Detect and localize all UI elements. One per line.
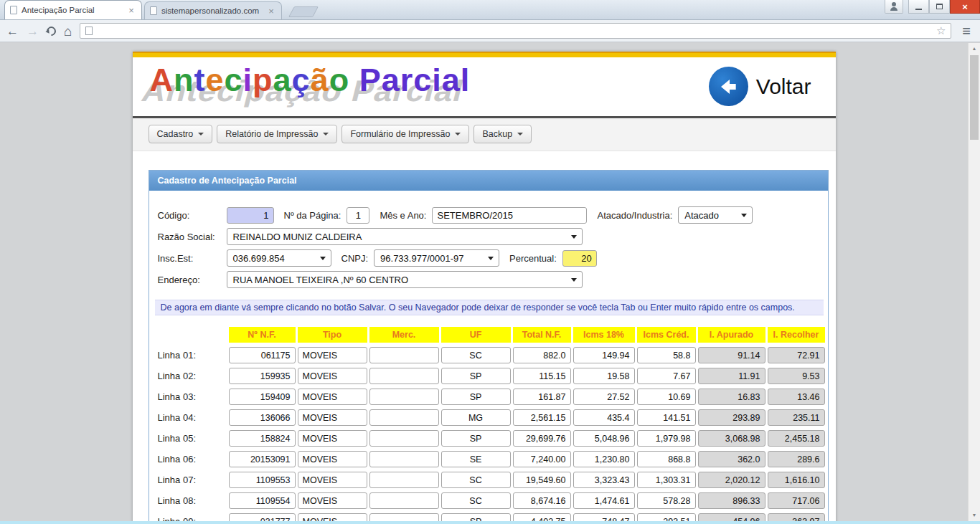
tipo-input[interactable] — [298, 472, 367, 488]
scrollbar-thumb[interactable] — [970, 55, 979, 140]
merc-input[interactable] — [369, 472, 439, 488]
browser-tab[interactable]: sistemapersonalizado.com × — [144, 1, 282, 19]
nf-input[interactable] — [229, 472, 296, 488]
total-nf-input[interactable] — [513, 492, 571, 509]
total-nf-input[interactable] — [513, 389, 571, 405]
uf-input[interactable] — [441, 347, 511, 363]
bookmark-star-icon[interactable]: ☆ — [936, 24, 946, 37]
recolher-input[interactable] — [768, 389, 825, 405]
tipo-input[interactable] — [298, 492, 367, 509]
uf-input[interactable] — [441, 451, 511, 467]
nf-input[interactable] — [229, 430, 296, 447]
tipo-input[interactable] — [298, 368, 367, 384]
total-nf-input[interactable] — [513, 347, 571, 363]
apurado-input[interactable] — [698, 472, 765, 488]
total-nf-input[interactable] — [513, 451, 571, 467]
new-tab-button[interactable] — [288, 6, 319, 17]
merc-input[interactable] — [369, 409, 439, 426]
nf-input[interactable] — [229, 347, 296, 363]
atacado-industria-select[interactable]: Atacado — [678, 206, 753, 224]
page-scrollbar[interactable]: ▲ ▼ — [968, 43, 980, 524]
merc-input[interactable] — [369, 492, 439, 509]
nf-input[interactable] — [229, 492, 296, 509]
icms18-input[interactable] — [573, 347, 635, 363]
apurado-input[interactable] — [698, 347, 765, 363]
total-nf-input[interactable] — [513, 368, 571, 384]
recolher-input[interactable] — [768, 451, 825, 467]
icms-cred-input[interactable] — [637, 451, 696, 467]
merc-input[interactable] — [369, 430, 439, 447]
tipo-input[interactable] — [298, 409, 367, 426]
codigo-input[interactable] — [227, 207, 274, 224]
endereco-select[interactable]: RUA MANOEL TEIXEIRA ,Nº 60 CENTRO — [227, 271, 583, 288]
icms-cred-input[interactable] — [637, 347, 696, 363]
recolher-input[interactable] — [768, 347, 825, 363]
merc-input[interactable] — [369, 347, 439, 363]
icms-cred-input[interactable] — [637, 389, 696, 405]
recolher-input[interactable] — [768, 368, 825, 384]
scroll-up-icon[interactable]: ▲ — [969, 43, 980, 54]
reload-icon[interactable] — [44, 24, 57, 37]
voltar-button[interactable]: Voltar — [709, 67, 811, 106]
total-nf-input[interactable] — [513, 472, 571, 488]
icms-cred-input[interactable] — [637, 492, 696, 509]
recolher-input[interactable] — [768, 472, 825, 488]
icms18-input[interactable] — [573, 409, 635, 426]
icms18-input[interactable] — [573, 472, 635, 488]
uf-input[interactable] — [441, 472, 511, 488]
uf-input[interactable] — [441, 389, 511, 405]
tipo-input[interactable] — [298, 347, 367, 363]
uf-input[interactable] — [441, 430, 511, 447]
recolher-input[interactable] — [768, 409, 825, 426]
merc-input[interactable] — [369, 451, 439, 467]
menu-dropdown-button[interactable]: Formulário de Impressão — [341, 125, 469, 143]
apurado-input[interactable] — [698, 368, 765, 384]
tipo-input[interactable] — [298, 430, 367, 447]
mes-ano-input[interactable] — [432, 207, 587, 224]
total-nf-input[interactable] — [513, 430, 571, 447]
apurado-input[interactable] — [698, 451, 765, 467]
back-icon[interactable]: ← — [6, 25, 19, 37]
browser-menu-icon[interactable]: ≡ — [959, 23, 974, 39]
maximize-button[interactable] — [929, 0, 950, 14]
percentual-input[interactable] — [562, 250, 597, 267]
profile-button[interactable] — [885, 0, 903, 14]
recolher-input[interactable] — [768, 492, 825, 509]
apurado-input[interactable] — [698, 409, 765, 426]
merc-input[interactable] — [369, 368, 439, 384]
merc-input[interactable] — [369, 389, 439, 405]
scroll-down-icon[interactable]: ▼ — [969, 510, 980, 521]
icms-cred-input[interactable] — [637, 430, 696, 447]
minimize-button[interactable] — [908, 0, 929, 14]
cnpj-select[interactable]: 96.733.977/0001-97 — [374, 249, 499, 267]
icms18-input[interactable] — [573, 368, 635, 384]
icms18-input[interactable] — [573, 430, 635, 447]
uf-input[interactable] — [441, 409, 511, 426]
razao-social-select[interactable]: REINALDO MUNIZ CALDEIRA — [227, 228, 583, 245]
close-window-button[interactable]: × — [950, 0, 980, 14]
nf-input[interactable] — [229, 368, 296, 384]
tipo-input[interactable] — [298, 389, 367, 405]
tipo-input[interactable] — [298, 451, 367, 467]
recolher-input[interactable] — [768, 430, 825, 447]
insc-est-select[interactable]: 036.699.854 — [227, 249, 331, 267]
tab-close-icon[interactable]: × — [126, 5, 136, 16]
icms-cred-input[interactable] — [637, 409, 696, 426]
address-input[interactable] — [98, 24, 930, 37]
apurado-input[interactable] — [698, 430, 765, 447]
menu-dropdown-button[interactable]: Backup — [473, 125, 532, 143]
nf-input[interactable] — [229, 451, 296, 467]
tab-close-icon[interactable]: × — [266, 6, 276, 16]
pagina-input[interactable] — [347, 207, 369, 224]
total-nf-input[interactable] — [513, 409, 571, 426]
menu-dropdown-button[interactable]: Relatório de Impressão — [217, 125, 337, 143]
icms-cred-input[interactable] — [637, 368, 696, 384]
menu-dropdown-button[interactable]: Cadastro — [149, 125, 213, 143]
icms18-input[interactable] — [573, 492, 635, 509]
uf-input[interactable] — [441, 492, 511, 509]
icms18-input[interactable] — [573, 451, 635, 467]
uf-input[interactable] — [441, 368, 511, 384]
browser-tab[interactable]: Antecipação Parcial × — [4, 0, 142, 19]
icms-cred-input[interactable] — [637, 472, 696, 488]
apurado-input[interactable] — [698, 389, 765, 405]
